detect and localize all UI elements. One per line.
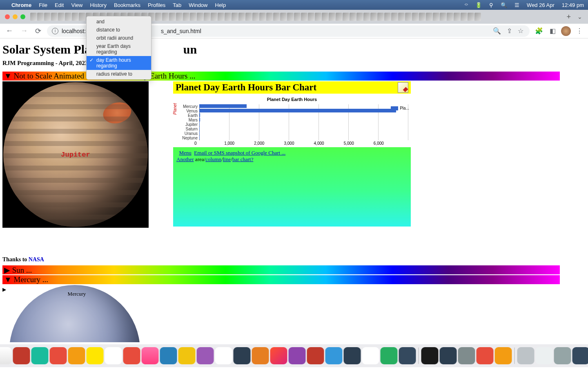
disclosure-triangle-icon[interactable]: ▶ Sun ... (4, 265, 32, 275)
tab-favicon[interactable] (273, 13, 280, 21)
tab-favicon[interactable] (329, 13, 335, 21)
dropdown-option[interactable]: year Earth days regarding (87, 42, 151, 56)
tab-favicon[interactable] (419, 13, 425, 21)
tab-favicon[interactable] (238, 13, 245, 21)
tab-favicon[interactable] (204, 13, 210, 21)
new-tab-button[interactable]: + (563, 13, 574, 21)
email-sms-link[interactable]: Email or SMS snapshot of Google Chart ..… (194, 150, 285, 156)
dock-app-icon[interactable] (307, 347, 324, 364)
menu-profiles[interactable]: Profiles (148, 2, 165, 8)
dock-app-icon[interactable] (68, 347, 85, 364)
control-center-icon[interactable]: ☰ (514, 2, 519, 8)
spotlight-icon[interactable]: 🔍 (501, 2, 507, 8)
tab-favicon[interactable] (155, 13, 162, 21)
tab-favicon[interactable] (398, 13, 405, 21)
notes-icon[interactable] (398, 82, 408, 93)
dropdown-option-selected[interactable]: day Earth hours regarding (87, 56, 151, 70)
disclosure-triangle-icon[interactable]: ▶ (2, 287, 6, 292)
tab-favicon[interactable] (218, 13, 224, 21)
menu-bookmarks[interactable]: Bookmarks (114, 2, 140, 8)
chrome-menu-icon[interactable]: ⋮ (575, 27, 584, 35)
minimize-window-button[interactable] (13, 14, 18, 19)
select-dropdown[interactable]: and distance to orbit radii around year … (86, 16, 151, 80)
profile-avatar[interactable] (561, 26, 571, 36)
dock-app-icon[interactable] (399, 347, 416, 364)
tab-overflow-chevron-icon[interactable]: ⌄ (575, 13, 585, 20)
nasa-link[interactable]: NASA (29, 256, 44, 263)
dock-app-icon[interactable] (362, 347, 379, 364)
tab-favicon[interactable] (343, 13, 349, 21)
site-info-icon[interactable]: i (52, 28, 58, 34)
tab-favicon[interactable] (183, 13, 189, 21)
dock-app-icon[interactable] (50, 347, 67, 364)
tab-favicon[interactable] (190, 13, 196, 21)
tab-favicon[interactable] (433, 13, 439, 21)
tab-favicon[interactable] (447, 13, 453, 21)
tab-favicon[interactable] (294, 13, 301, 21)
tab-favicon[interactable] (391, 13, 398, 21)
dock-app-icon[interactable] (440, 347, 457, 364)
tab-favicon[interactable] (176, 13, 183, 21)
dropdown-option[interactable]: distance to (87, 26, 151, 34)
tab-favicon[interactable] (280, 13, 287, 21)
tab-favicon[interactable] (474, 13, 481, 21)
dock-app-icon[interactable] (123, 347, 140, 364)
tab-favicon[interactable] (79, 13, 85, 21)
tab-favicon[interactable] (426, 13, 432, 21)
dock-app-icon[interactable] (197, 347, 214, 364)
menu-help[interactable]: Help (215, 2, 226, 8)
tab-favicon[interactable] (405, 13, 412, 21)
dock-app-icon[interactable] (142, 347, 159, 364)
reload-button[interactable]: ⟳ (33, 27, 43, 36)
battery-icon[interactable]: 🔋 (475, 2, 482, 8)
tab-favicon[interactable] (322, 13, 328, 21)
dock-app-icon[interactable] (160, 347, 177, 364)
section-header-sun[interactable]: ▶ Sun ... (2, 265, 560, 274)
back-button[interactable]: ← (4, 27, 15, 35)
dock-app-icon[interactable] (178, 347, 196, 364)
dock-app-icon[interactable] (517, 347, 535, 364)
sidepanel-icon[interactable]: ◧ (548, 27, 557, 35)
menu-link[interactable]: Menu (179, 150, 192, 156)
wifi-icon[interactable]: ⚲ (489, 2, 493, 8)
dock-app-icon[interactable] (252, 347, 269, 364)
dock-app-icon[interactable] (344, 347, 361, 364)
dock-app-icon[interactable] (234, 347, 251, 364)
tab-favicon[interactable] (377, 13, 384, 21)
tab-favicon[interactable] (266, 13, 273, 21)
dock-app-icon[interactable] (105, 347, 122, 364)
menu-view[interactable]: View (71, 2, 82, 8)
another-link[interactable]: Another (176, 156, 194, 162)
dock-app-icon[interactable] (495, 347, 512, 364)
dock-app-icon[interactable] (270, 347, 287, 364)
menu-edit[interactable]: Edit (55, 2, 64, 8)
macos-dock[interactable] (0, 344, 588, 367)
tab-favicon[interactable] (37, 13, 44, 21)
menu-window[interactable]: Window (189, 2, 207, 8)
dock-app-icon[interactable] (289, 347, 306, 364)
dock-app-icon[interactable] (31, 347, 49, 364)
menu-history[interactable]: History (90, 2, 106, 8)
tab-favicon[interactable] (287, 13, 294, 21)
tab-favicon[interactable] (370, 13, 377, 21)
tab-favicon[interactable] (412, 13, 419, 21)
dock-app-icon[interactable] (381, 347, 398, 364)
zoom-icon[interactable]: 🔍 (492, 27, 502, 35)
tab-favicon[interactable] (197, 13, 203, 21)
dock-app-icon[interactable] (421, 347, 439, 364)
tab-favicon[interactable] (162, 13, 169, 21)
tab-favicon[interactable] (211, 13, 217, 21)
dock-app-icon[interactable] (477, 347, 494, 364)
dropdown-option[interactable]: radius relative to (87, 70, 151, 78)
share-icon[interactable]: ⇪ (506, 27, 513, 35)
extensions-icon[interactable]: 🧩 (534, 27, 544, 35)
dock-app-icon[interactable] (87, 347, 104, 364)
tab-favicon[interactable] (308, 13, 314, 21)
tab-favicon[interactable] (44, 13, 51, 21)
menubar-date[interactable]: Wed 26 Apr (527, 2, 555, 8)
tab-favicon[interactable] (169, 13, 176, 21)
line-link[interactable]: line (223, 156, 231, 162)
dock-app-icon[interactable] (215, 347, 232, 364)
tab-favicon[interactable] (51, 13, 58, 21)
maximize-window-button[interactable] (20, 14, 25, 19)
